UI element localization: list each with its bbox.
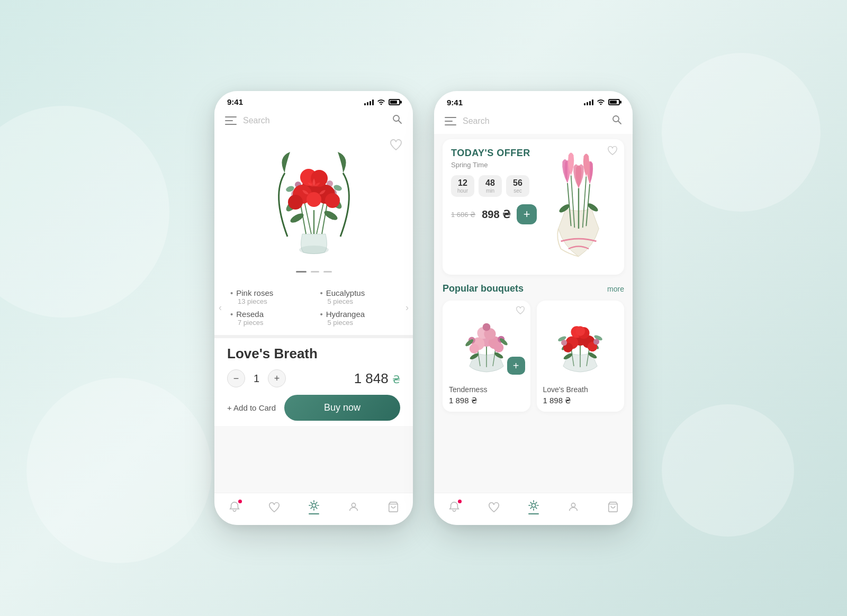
increment-btn[interactable]: +: [268, 369, 286, 387]
nav-notifications-left[interactable]: [229, 501, 240, 513]
battery-icon-right: [608, 99, 620, 105]
svg-line-30: [618, 121, 621, 124]
phones-container: 9:41: [214, 91, 633, 525]
status-bar-left: 9:41: [214, 91, 413, 110]
bouquet-card-loves-breath: Love's Breath 1 898 ₴: [537, 301, 625, 412]
buy-now-btn[interactable]: Buy now: [284, 395, 400, 421]
tenderness-price: 1 898 ₴: [449, 396, 524, 405]
svg-point-0: [393, 115, 399, 121]
product-title: Love's Breath: [227, 346, 400, 362]
ingredient-pink-roses: Pink roses 13 pieces: [230, 288, 308, 305]
search-bar-left: Search: [214, 110, 413, 133]
bouquet-card-tenderness: + Tenderness 1 898 ₴: [443, 301, 530, 412]
offer-left: TODAY'S OFFER Spring Time 12 hour 48 min…: [451, 148, 542, 266]
wifi-icon-right: [597, 97, 605, 107]
nav-favorites-left[interactable]: [268, 501, 280, 513]
nav-cart-left[interactable]: [388, 501, 399, 513]
svg-point-27: [352, 503, 355, 507]
menu-icon-left[interactable]: [225, 116, 237, 125]
timer-seconds: 56 sec: [506, 175, 529, 197]
product-price: 1 848 ₴: [354, 370, 400, 387]
wishlist-btn-top[interactable]: [390, 139, 402, 153]
product-main-image: [250, 139, 377, 266]
ingredients-section: ‹ › Pink roses 13 pieces Eucalyptus 5 pi…: [214, 280, 413, 335]
dot-1[interactable]: [296, 271, 307, 273]
bottom-nav-left: [214, 493, 413, 525]
svg-point-74: [531, 503, 535, 507]
ingredients-grid: Pink roses 13 pieces Eucalyptus 5 pieces…: [230, 285, 397, 330]
nav-home-right[interactable]: [528, 500, 539, 514]
svg-point-49: [494, 343, 503, 352]
svg-point-29: [613, 116, 619, 122]
bouquet-svg-left: [256, 141, 372, 263]
offer-prices: 1 686 ₴ 898 ₴ +: [451, 204, 542, 224]
offer-title: TODAY'S OFFER: [451, 148, 542, 159]
search-icon-left[interactable]: [392, 114, 402, 127]
ingredient-reseda: Reseda 7 pieces: [230, 310, 308, 327]
svg-point-48: [469, 343, 479, 353]
svg-point-52: [482, 323, 490, 331]
nav-active-indicator-right: [528, 513, 539, 514]
timer-minutes: 48 min: [479, 175, 502, 197]
offer-old-price: 1 686 ₴: [451, 211, 475, 219]
bg-blob-1: [0, 106, 169, 318]
time-left: 9:41: [227, 97, 243, 106]
loves-breath-svg: [548, 303, 612, 377]
more-btn[interactable]: more: [607, 285, 624, 293]
bg-blob-3: [662, 53, 821, 212]
search-icon-right[interactable]: [611, 114, 622, 128]
dot-3[interactable]: [323, 271, 332, 273]
section-header: Popular bouquets more: [443, 283, 624, 294]
status-bar-right: 9:41: [434, 91, 633, 110]
offer-new-price: 898 ₴: [482, 208, 510, 221]
tenderness-add-btn[interactable]: +: [507, 357, 525, 375]
nav-cart-right[interactable]: [607, 501, 619, 513]
nav-profile-right[interactable]: [567, 501, 579, 513]
search-input-left[interactable]: Search: [243, 116, 385, 125]
bottom-nav-right: [434, 493, 633, 525]
svg-point-26: [312, 503, 316, 507]
status-icons-left: [364, 98, 400, 106]
menu-icon-right[interactable]: [445, 117, 456, 125]
offer-bouquet-svg: [542, 148, 616, 264]
loves-breath-info: Love's Breath 1 898 ₴: [537, 380, 625, 412]
svg-point-69: [575, 326, 585, 336]
search-bar-right: Search: [434, 110, 633, 134]
popular-section: Popular bouquets more: [434, 280, 633, 417]
tenderness-wishlist-btn[interactable]: [516, 306, 525, 316]
svg-point-73: [593, 339, 599, 345]
action-row: + Add to Card Buy now: [227, 395, 400, 421]
svg-line-4: [301, 205, 306, 234]
offer-subtitle: Spring Time: [451, 161, 542, 169]
time-right: 9:41: [447, 98, 463, 107]
svg-point-23: [288, 195, 303, 210]
signal-icon-left: [364, 99, 374, 105]
quantity-value: 1: [254, 373, 259, 385]
bouquet-grid: + Tenderness 1 898 ₴: [443, 301, 624, 412]
popular-title: Popular bouquets: [443, 283, 524, 294]
timer-row: 12 hour 48 min 56 sec: [451, 175, 542, 197]
loves-breath-price: 1 898 ₴: [543, 396, 618, 405]
nav-home-left[interactable]: [308, 500, 320, 514]
tenderness-info: Tenderness 1 898 ₴: [443, 380, 530, 412]
nav-notifications-right[interactable]: [448, 501, 460, 513]
offer-add-btn[interactable]: +: [517, 204, 537, 224]
next-arrow[interactable]: ›: [406, 302, 409, 313]
prev-arrow[interactable]: ‹: [219, 302, 222, 313]
product-info: Love's Breath − 1 + 1 848 ₴ + Add to Car…: [214, 338, 413, 426]
offer-image: [542, 148, 616, 266]
notification-dot-right: [458, 500, 462, 503]
svg-point-24: [325, 193, 340, 208]
battery-icon-left: [389, 99, 400, 105]
svg-line-1: [399, 121, 401, 123]
search-input-right[interactable]: Search: [463, 116, 605, 126]
dot-2[interactable]: [311, 271, 319, 273]
decrement-btn[interactable]: −: [227, 369, 245, 387]
loves-breath-image: [537, 301, 625, 380]
nav-profile-left[interactable]: [348, 501, 359, 513]
wifi-icon-left: [377, 98, 385, 106]
tenderness-name: Tenderness: [449, 385, 524, 394]
add-to-card-btn[interactable]: + Add to Card: [227, 403, 276, 412]
svg-point-25: [307, 192, 321, 207]
nav-favorites-right[interactable]: [488, 501, 500, 513]
